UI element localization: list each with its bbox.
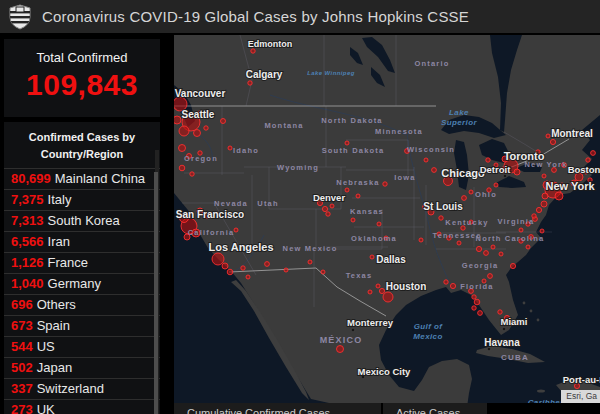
case-marker[interactable]	[351, 218, 355, 222]
case-marker[interactable]	[345, 141, 349, 145]
case-marker[interactable]	[337, 346, 344, 353]
country-row[interactable]: 6,566Iran	[4, 231, 160, 252]
case-marker[interactable]	[472, 306, 476, 310]
case-marker[interactable]	[212, 253, 224, 265]
water-body-label: Superior	[441, 118, 478, 127]
case-marker[interactable]	[330, 204, 334, 208]
case-marker[interactable]	[370, 255, 374, 259]
case-marker[interactable]	[190, 172, 194, 176]
case-marker[interactable]	[424, 158, 428, 162]
country-list-scrollbar[interactable]	[155, 150, 159, 414]
case-marker[interactable]	[591, 151, 596, 156]
case-marker[interactable]	[498, 310, 502, 314]
case-marker[interactable]	[228, 146, 232, 150]
case-marker[interactable]	[541, 201, 547, 207]
case-marker[interactable]	[251, 49, 255, 53]
case-marker[interactable]	[476, 246, 481, 251]
country-row[interactable]: 337Switzerland	[4, 378, 160, 399]
country-row[interactable]: 502Japan	[4, 357, 160, 378]
city-label: Houston	[386, 281, 427, 292]
case-marker[interactable]	[368, 290, 372, 294]
case-marker[interactable]	[510, 263, 515, 268]
case-marker[interactable]	[383, 182, 387, 186]
case-marker[interactable]	[376, 284, 380, 288]
case-marker[interactable]	[484, 251, 489, 256]
map-svg[interactable]: MontanaNorth DakotaSouth DakotaMinnesota…	[174, 35, 600, 414]
case-marker[interactable]	[377, 222, 381, 226]
case-marker[interactable]	[204, 126, 208, 130]
case-marker[interactable]	[478, 311, 483, 316]
country-row[interactable]: 1,040Germany	[4, 273, 160, 294]
case-marker[interactable]	[540, 229, 544, 233]
case-marker[interactable]	[457, 241, 461, 245]
country-row[interactable]: 1,126France	[4, 252, 160, 273]
city-label: Miami	[501, 316, 528, 327]
case-marker[interactable]	[379, 288, 384, 293]
case-marker[interactable]	[586, 158, 590, 162]
country-row[interactable]: 544US	[4, 336, 160, 357]
case-marker[interactable]	[248, 81, 252, 85]
case-marker[interactable]	[491, 245, 495, 249]
case-marker[interactable]	[221, 119, 226, 124]
case-marker[interactable]	[555, 192, 563, 200]
case-marker[interactable]	[179, 126, 189, 136]
country-row[interactable]: 80,699Mainland China	[4, 168, 160, 189]
country-count: 7,313	[11, 213, 44, 228]
case-marker[interactable]	[472, 295, 476, 299]
case-marker[interactable]	[444, 280, 448, 284]
country-row[interactable]: 7,313South Korea	[4, 210, 160, 231]
case-marker[interactable]	[345, 188, 349, 192]
case-marker[interactable]	[474, 299, 480, 305]
map-canvas[interactable]: MontanaNorth DakotaSouth DakotaMinnesota…	[174, 35, 600, 414]
case-marker[interactable]	[284, 268, 288, 272]
case-marker[interactable]	[486, 158, 490, 162]
case-marker[interactable]	[308, 260, 312, 264]
case-marker[interactable]	[526, 245, 530, 249]
case-marker[interactable]	[227, 269, 233, 275]
case-marker[interactable]	[194, 130, 201, 137]
case-marker[interactable]	[265, 262, 270, 267]
scrollbar-thumb[interactable]	[154, 172, 158, 414]
case-marker[interactable]	[439, 216, 443, 220]
case-marker[interactable]	[550, 139, 555, 144]
case-marker[interactable]	[432, 168, 437, 173]
case-marker[interactable]	[450, 283, 455, 288]
country-name: US	[37, 339, 55, 354]
case-marker[interactable]	[536, 207, 541, 212]
case-marker[interactable]	[179, 165, 185, 171]
case-marker[interactable]	[241, 266, 245, 270]
case-marker[interactable]	[419, 238, 423, 242]
bahamas-island	[537, 319, 540, 322]
case-marker[interactable]	[488, 274, 493, 279]
case-marker[interactable]	[222, 263, 228, 269]
tab-active-cases[interactable]: Active Cases	[383, 403, 487, 414]
region-label: South Dakota	[322, 146, 385, 155]
case-marker[interactable]	[234, 228, 238, 232]
city-label: Seattle	[182, 109, 215, 120]
case-marker[interactable]	[469, 190, 473, 194]
country-row[interactable]: 273UK	[4, 399, 160, 414]
case-marker[interactable]	[462, 196, 467, 201]
case-marker[interactable]	[494, 183, 498, 187]
city-label: Dallas	[376, 254, 406, 265]
case-marker[interactable]	[326, 212, 330, 216]
case-marker[interactable]	[246, 275, 250, 279]
case-marker[interactable]	[499, 252, 503, 256]
country-row[interactable]: 7,375Italy	[4, 189, 160, 210]
case-marker[interactable]	[179, 145, 186, 152]
case-marker[interactable]	[542, 174, 546, 178]
case-marker[interactable]	[546, 134, 550, 138]
tab-cumulative-confirmed-cases[interactable]: Cumulative Confirmed Cases	[174, 403, 381, 414]
case-marker[interactable]	[383, 292, 393, 302]
case-marker[interactable]	[174, 116, 181, 124]
case-marker[interactable]	[519, 228, 523, 232]
bahamas-island	[530, 310, 533, 313]
case-marker[interactable]	[356, 194, 360, 198]
city-label: Edmonton	[248, 39, 293, 49]
case-marker[interactable]	[322, 206, 327, 211]
country-row[interactable]: 696Others	[4, 294, 160, 315]
case-marker[interactable]	[514, 169, 520, 175]
case-marker[interactable]	[542, 193, 548, 199]
country-row[interactable]: 673Spain	[4, 315, 160, 336]
case-marker[interactable]	[321, 270, 325, 274]
